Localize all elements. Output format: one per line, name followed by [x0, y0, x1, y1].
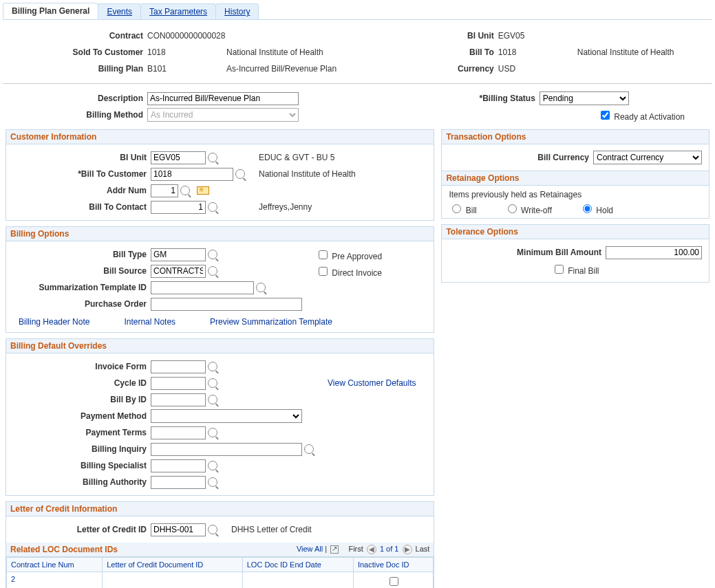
grid-header-loc: Related LOC Document IDs View All | Firs…: [6, 543, 434, 557]
input-payment-terms[interactable]: [151, 426, 206, 439]
nav-last[interactable]: Last: [416, 545, 430, 553]
tab-general[interactable]: Billing Plan General: [3, 3, 98, 19]
input-bill-source[interactable]: [151, 265, 206, 278]
input-ci-bill-to-customer[interactable]: [151, 168, 233, 181]
col-loc-end-date[interactable]: LOC Doc ID End Date: [242, 558, 353, 572]
radio-retainage-writeoff[interactable]: Write-off: [504, 202, 552, 215]
label-invoice-form: Invoice Form: [13, 362, 151, 371]
checkbox-final-bill[interactable]: Final Bill: [552, 263, 599, 276]
input-ci-bill-to-contact[interactable]: [151, 201, 206, 214]
address-detail-icon[interactable]: [197, 186, 209, 195]
link-view-all[interactable]: View All: [297, 545, 323, 553]
label-summ-tmpl: Summarization Template ID: [13, 283, 151, 292]
tab-events[interactable]: Events: [98, 3, 141, 19]
value-ci-bill-to-contact-desc: Jeffreys,Jenny: [259, 202, 312, 212]
input-loc-id[interactable]: [151, 523, 206, 536]
label-payment-terms: Payment Terms: [13, 428, 151, 437]
lookup-icon[interactable]: [208, 362, 217, 371]
value-bill-to-id: 1018: [498, 47, 577, 57]
link-preview-summ-template[interactable]: Preview Summarization Template: [210, 317, 332, 327]
checkbox-inactive-doc-id[interactable]: [389, 577, 398, 586]
value-contract: CON0000000000028: [147, 31, 226, 41]
lookup-icon[interactable]: [208, 202, 217, 212]
link-internal-notes[interactable]: Internal Notes: [124, 317, 175, 327]
lookup-icon[interactable]: [208, 395, 217, 404]
lookup-icon[interactable]: [180, 186, 190, 195]
lookup-icon[interactable]: [208, 250, 217, 259]
heading-transaction-options: Transaction Options: [442, 130, 709, 144]
label-billing-inquiry: Billing Inquiry: [13, 444, 151, 454]
input-ci-bi-unit[interactable]: [151, 151, 206, 164]
value-ci-bill-to-customer-desc: National Institute of Health: [259, 169, 356, 179]
cell-loc-doc-id: [103, 572, 242, 589]
link-billing-header-note[interactable]: Billing Header Note: [19, 317, 89, 327]
radio-retainage-bill[interactable]: Bill: [449, 202, 476, 215]
input-billing-specialist[interactable]: [151, 459, 206, 472]
lookup-icon[interactable]: [208, 461, 217, 470]
heading-related-loc: Related LOC Document IDs: [10, 545, 118, 554]
lookup-icon[interactable]: [256, 283, 266, 292]
text-retainage-desc: Items previously held as Retainages: [442, 186, 709, 199]
col-loc-doc-id[interactable]: Letter of Credit Document ID: [103, 558, 242, 572]
input-description[interactable]: [147, 92, 299, 105]
radio-retainage-hold[interactable]: Hold: [579, 202, 613, 215]
value-bill-to-name: National Institute of Health: [577, 47, 674, 57]
input-invoice-form[interactable]: [151, 360, 206, 373]
lookup-icon[interactable]: [208, 525, 217, 534]
label-sold-to: Sold To Customer: [10, 47, 147, 57]
value-loc-desc: DHHS Letter of Credit: [231, 525, 312, 534]
cell-contract-line-num[interactable]: 2: [11, 575, 15, 583]
grid-loc-docs: Contract Line Num Letter of Credit Docum…: [6, 557, 434, 588]
checkbox-ready-at-activation-input[interactable]: [601, 111, 610, 120]
checkbox-direct-invoice[interactable]: Direct Invoice: [316, 265, 382, 278]
lookup-icon[interactable]: [304, 444, 314, 454]
select-billing-status[interactable]: Pending: [540, 91, 629, 105]
tab-history[interactable]: History: [215, 3, 259, 19]
input-billing-inquiry[interactable]: [151, 443, 302, 456]
label-ready-at-activation: Ready at Activation: [614, 112, 685, 122]
lookup-icon[interactable]: [208, 378, 217, 388]
input-min-bill-amount[interactable]: [606, 246, 702, 259]
input-po[interactable]: [151, 298, 302, 311]
label-payment-method: Payment Method: [13, 411, 151, 421]
input-billing-authority[interactable]: [151, 476, 206, 489]
lookup-icon[interactable]: [235, 169, 245, 179]
select-payment-method[interactable]: [151, 409, 302, 423]
tab-tax-parameters[interactable]: Tax Parameters: [140, 3, 216, 19]
value-ci-bi-unit-desc: EDUC & GVT - BU 5: [259, 153, 334, 162]
label-description: Description: [10, 94, 147, 103]
label-billing-specialist: Billing Specialist: [13, 461, 151, 470]
label-po: Purchase Order: [13, 299, 151, 309]
nav-prev-icon[interactable]: ◀: [367, 545, 376, 554]
nav-next-icon[interactable]: ▶: [403, 545, 412, 554]
tab-strip: Billing Plan General Events Tax Paramete…: [3, 3, 712, 20]
label-min-bill-amount: Minimum Bill Amount: [517, 248, 606, 257]
label-ci-bi-unit: BI Unit: [13, 153, 151, 162]
popout-icon[interactable]: [330, 545, 339, 554]
lookup-icon[interactable]: [208, 477, 217, 487]
link-view-customer-defaults[interactable]: View Customer Defaults: [328, 378, 416, 388]
lookup-icon[interactable]: [208, 266, 217, 276]
label-bill-currency: Bill Currency: [537, 153, 593, 162]
nav-range[interactable]: 1 of 1: [380, 545, 399, 553]
checkbox-ready-at-activation[interactable]: Ready at Activation: [598, 109, 685, 122]
col-inactive-doc-id[interactable]: Inactive Doc ID: [353, 558, 434, 572]
input-ci-addr-num[interactable]: [151, 184, 178, 197]
label-ci-bill-to-customer: *Bill To Customer: [13, 169, 151, 179]
input-cycle-id[interactable]: [151, 377, 206, 390]
input-summ-tmpl[interactable]: [151, 281, 254, 294]
label-currency: Currency: [416, 64, 498, 74]
label-loc-id: Letter of Credit ID: [13, 525, 151, 534]
lookup-icon[interactable]: [208, 153, 217, 162]
select-bill-currency[interactable]: Contract Currency: [593, 151, 702, 164]
col-contract-line-num[interactable]: Contract Line Num: [7, 558, 103, 572]
section-loc: Letter of Credit Information Letter of C…: [6, 501, 434, 588]
lookup-icon[interactable]: [208, 428, 217, 437]
checkbox-pre-approved[interactable]: Pre Approved: [316, 248, 382, 261]
label-billing-authority: Billing Authority: [13, 477, 151, 487]
nav-first[interactable]: First: [348, 545, 363, 553]
label-ci-bill-to-contact: Bill To Contact: [13, 202, 151, 212]
input-bill-by-id[interactable]: [151, 393, 206, 406]
input-bill-type[interactable]: [151, 248, 206, 261]
heading-billing-overrides: Billing Default Overrides: [6, 339, 434, 353]
